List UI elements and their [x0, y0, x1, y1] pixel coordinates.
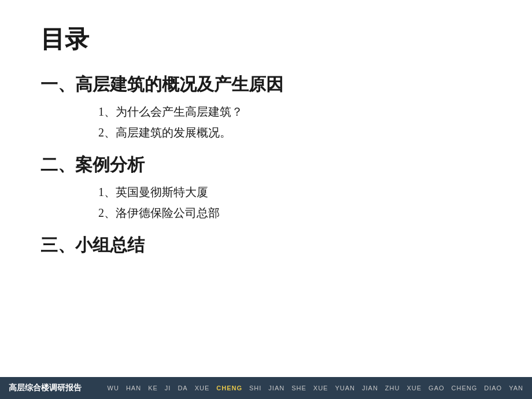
footer-left-label: 高层综合楼调研报告 — [9, 383, 82, 393]
footer-word-xue: XUE — [195, 385, 210, 391]
footer-word-jian: JIAN — [362, 385, 378, 391]
footer-word-yuan: YUAN — [335, 385, 355, 391]
footer-word-shi: SHI — [249, 385, 261, 391]
footer-word-xue: XUE — [313, 385, 328, 391]
footer-word-ji: JI — [165, 385, 171, 391]
footer-word-diao: DIAO — [484, 385, 502, 391]
main-content: 目录 一、高层建筑的概况及产生原因1、为什么会产生高层建筑？2、高层建筑的发展概… — [0, 0, 532, 377]
section-1: 一、高层建筑的概况及产生原因1、为什么会产生高层建筑？2、高层建筑的发展概况。 — [40, 73, 497, 143]
footer-word-da: DA — [178, 385, 187, 391]
sub-item-1-2: 2、高层建筑的发展概况。 — [40, 122, 497, 143]
footer-word-she: SHE — [291, 385, 306, 391]
footer-right: WU HAN KE JI DA XUE CHENG SHI JIAN SHE X… — [108, 385, 523, 391]
sub-item-2-2: 2、洛伊德保险公司总部 — [40, 202, 497, 223]
footer-word-gao: GAO — [428, 385, 444, 391]
footer-word-jian: JIAN — [268, 385, 285, 391]
section-heading-2: 二、案例分析 — [40, 153, 497, 177]
sub-item-1-1: 1、为什么会产生高层建筑？ — [40, 101, 497, 122]
footer-word-ke: KE — [148, 385, 158, 391]
footer-bar: 高层综合楼调研报告 WU HAN KE JI DA XUE CHENG SHI … — [0, 377, 532, 399]
footer-word-cheng: CHENG — [216, 385, 242, 391]
section-heading-3: 三、小组总结 — [40, 234, 497, 257]
section-2: 二、案例分析1、英国曼彻斯特大厦2、洛伊德保险公司总部 — [40, 153, 497, 223]
footer-word-zhu: ZHU — [385, 385, 400, 391]
footer-word-cheng: CHENG — [452, 385, 478, 391]
slide-container: 目录 一、高层建筑的概况及产生原因1、为什么会产生高层建筑？2、高层建筑的发展概… — [0, 0, 532, 399]
sub-item-2-1: 1、英国曼彻斯特大厦 — [40, 182, 497, 202]
footer-word-xue: XUE — [407, 385, 422, 391]
sections-container: 一、高层建筑的概况及产生原因1、为什么会产生高层建筑？2、高层建筑的发展概况。二… — [40, 73, 497, 257]
slide-title: 目录 — [40, 23, 497, 56]
footer-word-wu: WU — [108, 385, 119, 391]
footer-word-han: HAN — [126, 385, 141, 391]
section-heading-1: 一、高层建筑的概况及产生原因 — [40, 73, 497, 97]
section-3: 三、小组总结 — [40, 234, 497, 257]
footer-word-yan: YAN — [509, 385, 523, 391]
